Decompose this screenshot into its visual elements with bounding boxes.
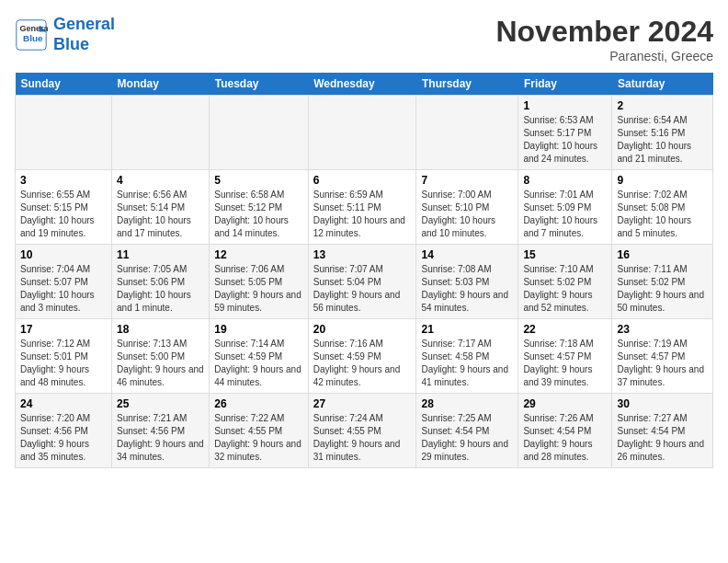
day-info: Sunrise: 7:27 AM Sunset: 4:54 PM Dayligh… [617, 412, 708, 464]
day-info: Sunrise: 7:10 AM Sunset: 5:02 PM Dayligh… [523, 263, 607, 315]
day-info: Sunrise: 7:19 AM Sunset: 4:57 PM Dayligh… [617, 338, 708, 389]
weekday-header-monday: Monday [112, 73, 210, 96]
svg-text:General: General [19, 24, 48, 33]
calendar-cell [16, 96, 112, 170]
day-info: Sunrise: 7:02 AM Sunset: 5:08 PM Dayligh… [617, 189, 708, 240]
calendar-cell: 2Sunrise: 6:54 AM Sunset: 5:16 PM Daylig… [612, 96, 713, 170]
day-number: 28 [421, 397, 513, 410]
calendar-cell: 20Sunrise: 7:16 AM Sunset: 4:59 PM Dayli… [308, 319, 416, 394]
day-number: 13 [313, 248, 412, 261]
calendar-cell: 3Sunrise: 6:55 AM Sunset: 5:15 PM Daylig… [16, 170, 112, 245]
calendar-cell: 25Sunrise: 7:21 AM Sunset: 4:56 PM Dayli… [112, 394, 210, 468]
calendar-cell: 11Sunrise: 7:05 AM Sunset: 5:06 PM Dayli… [112, 245, 210, 319]
day-number: 6 [313, 174, 412, 187]
month-title: November 2024 [495, 15, 713, 49]
calendar-cell: 4Sunrise: 6:56 AM Sunset: 5:14 PM Daylig… [112, 170, 210, 245]
location: Paranesti, Greece [495, 49, 713, 63]
day-number: 3 [20, 174, 107, 187]
calendar-cell: 21Sunrise: 7:17 AM Sunset: 4:58 PM Dayli… [416, 319, 518, 394]
calendar-cell: 22Sunrise: 7:18 AM Sunset: 4:57 PM Dayli… [518, 319, 612, 394]
calendar-cell [210, 96, 309, 170]
day-info: Sunrise: 7:26 AM Sunset: 4:54 PM Dayligh… [523, 412, 607, 464]
calendar-cell: 24Sunrise: 7:20 AM Sunset: 4:56 PM Dayli… [16, 394, 112, 468]
day-number: 5 [214, 174, 303, 187]
logo-icon: General Blue [15, 18, 48, 52]
logo: General Blue General Blue [15, 15, 115, 54]
calendar-cell: 12Sunrise: 7:06 AM Sunset: 5:05 PM Dayli… [210, 245, 309, 319]
weekday-header-row: SundayMondayTuesdayWednesdayThursdayFrid… [16, 73, 713, 96]
calendar-week-row: 24Sunrise: 7:20 AM Sunset: 4:56 PM Dayli… [16, 394, 713, 468]
day-info: Sunrise: 7:21 AM Sunset: 4:56 PM Dayligh… [117, 412, 204, 464]
calendar-table: SundayMondayTuesdayWednesdayThursdayFrid… [15, 73, 713, 468]
calendar-cell: 9Sunrise: 7:02 AM Sunset: 5:08 PM Daylig… [612, 170, 713, 245]
logo-general: General [53, 15, 115, 33]
weekday-header-friday: Friday [518, 73, 612, 96]
calendar-cell: 8Sunrise: 7:01 AM Sunset: 5:09 PM Daylig… [518, 170, 612, 245]
logo-text: General Blue [53, 15, 115, 54]
day-number: 20 [313, 323, 412, 336]
day-number: 11 [117, 248, 204, 261]
day-number: 1 [523, 99, 607, 112]
day-number: 16 [617, 248, 708, 261]
calendar-cell: 28Sunrise: 7:25 AM Sunset: 4:54 PM Dayli… [416, 394, 518, 468]
day-info: Sunrise: 7:00 AM Sunset: 5:10 PM Dayligh… [421, 189, 513, 240]
calendar-cell: 17Sunrise: 7:12 AM Sunset: 5:01 PM Dayli… [16, 319, 112, 394]
day-info: Sunrise: 7:12 AM Sunset: 5:01 PM Dayligh… [20, 338, 107, 389]
calendar-week-row: 3Sunrise: 6:55 AM Sunset: 5:15 PM Daylig… [16, 170, 713, 245]
day-info: Sunrise: 7:01 AM Sunset: 5:09 PM Dayligh… [523, 189, 607, 240]
day-number: 25 [117, 397, 204, 410]
day-number: 24 [20, 397, 107, 410]
weekday-header-saturday: Saturday [612, 73, 713, 96]
day-number: 21 [421, 323, 513, 336]
day-number: 12 [214, 248, 303, 261]
day-info: Sunrise: 7:18 AM Sunset: 4:57 PM Dayligh… [523, 338, 607, 389]
calendar-cell: 29Sunrise: 7:26 AM Sunset: 4:54 PM Dayli… [518, 394, 612, 468]
calendar-cell: 26Sunrise: 7:22 AM Sunset: 4:55 PM Dayli… [210, 394, 309, 468]
day-info: Sunrise: 7:04 AM Sunset: 5:07 PM Dayligh… [20, 263, 107, 315]
day-info: Sunrise: 7:08 AM Sunset: 5:03 PM Dayligh… [421, 263, 513, 315]
calendar-cell [416, 96, 518, 170]
day-number: 19 [214, 323, 303, 336]
calendar-cell: 15Sunrise: 7:10 AM Sunset: 5:02 PM Dayli… [518, 245, 612, 319]
day-info: Sunrise: 7:13 AM Sunset: 5:00 PM Dayligh… [117, 338, 204, 389]
day-info: Sunrise: 7:17 AM Sunset: 4:58 PM Dayligh… [421, 338, 513, 389]
calendar-week-row: 1Sunrise: 6:53 AM Sunset: 5:17 PM Daylig… [16, 96, 713, 170]
day-info: Sunrise: 6:54 AM Sunset: 5:16 PM Dayligh… [617, 114, 708, 166]
day-number: 18 [117, 323, 204, 336]
day-number: 7 [421, 174, 513, 187]
day-info: Sunrise: 7:06 AM Sunset: 5:05 PM Dayligh… [214, 263, 303, 315]
logo-blue: Blue [53, 35, 89, 53]
day-info: Sunrise: 7:07 AM Sunset: 5:04 PM Dayligh… [313, 263, 412, 315]
day-info: Sunrise: 7:11 AM Sunset: 5:02 PM Dayligh… [617, 263, 708, 315]
page-header: General Blue General Blue November 2024 … [15, 15, 713, 63]
weekday-header-sunday: Sunday [16, 73, 112, 96]
day-number: 10 [20, 248, 107, 261]
day-number: 4 [117, 174, 204, 187]
calendar-cell [112, 96, 210, 170]
title-block: November 2024 Paranesti, Greece [495, 15, 713, 63]
calendar-week-row: 10Sunrise: 7:04 AM Sunset: 5:07 PM Dayli… [16, 245, 713, 319]
calendar-cell: 7Sunrise: 7:00 AM Sunset: 5:10 PM Daylig… [416, 170, 518, 245]
calendar-cell: 19Sunrise: 7:14 AM Sunset: 4:59 PM Dayli… [210, 319, 309, 394]
calendar-cell [308, 96, 416, 170]
day-number: 23 [617, 323, 708, 336]
day-info: Sunrise: 7:14 AM Sunset: 4:59 PM Dayligh… [214, 338, 303, 389]
day-info: Sunrise: 6:53 AM Sunset: 5:17 PM Dayligh… [523, 114, 607, 166]
calendar-cell: 13Sunrise: 7:07 AM Sunset: 5:04 PM Dayli… [308, 245, 416, 319]
day-info: Sunrise: 6:58 AM Sunset: 5:12 PM Dayligh… [214, 189, 303, 240]
day-number: 2 [617, 99, 708, 112]
svg-text:Blue: Blue [23, 33, 43, 43]
day-number: 29 [523, 397, 607, 410]
day-info: Sunrise: 6:55 AM Sunset: 5:15 PM Dayligh… [20, 189, 107, 240]
calendar-cell: 30Sunrise: 7:27 AM Sunset: 4:54 PM Dayli… [612, 394, 713, 468]
calendar-cell: 1Sunrise: 6:53 AM Sunset: 5:17 PM Daylig… [518, 96, 612, 170]
calendar-cell: 23Sunrise: 7:19 AM Sunset: 4:57 PM Dayli… [612, 319, 713, 394]
calendar-cell: 16Sunrise: 7:11 AM Sunset: 5:02 PM Dayli… [612, 245, 713, 319]
day-info: Sunrise: 7:24 AM Sunset: 4:55 PM Dayligh… [313, 412, 412, 464]
calendar-week-row: 17Sunrise: 7:12 AM Sunset: 5:01 PM Dayli… [16, 319, 713, 394]
weekday-header-thursday: Thursday [416, 73, 518, 96]
day-number: 15 [523, 248, 607, 261]
day-info: Sunrise: 7:05 AM Sunset: 5:06 PM Dayligh… [117, 263, 204, 315]
day-number: 9 [617, 174, 708, 187]
day-number: 27 [313, 397, 412, 410]
